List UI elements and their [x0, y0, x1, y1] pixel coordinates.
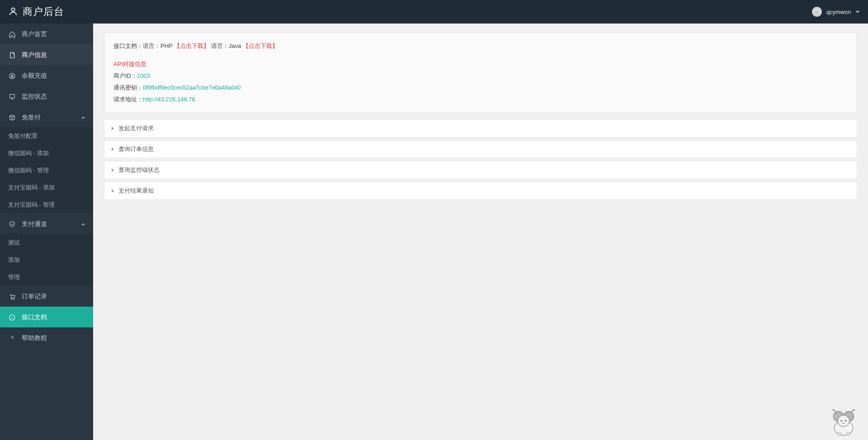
sidebar-item-channel[interactable]: 支付通道 [0, 213, 93, 234]
addr-value[interactable]: http://43.226.148.76 [143, 96, 195, 103]
sidebar-sub-ali-manage[interactable]: 支付宝固码 - 管理 [0, 196, 93, 213]
mascot-decoration [825, 402, 863, 438]
sidebar-sub-channel-add[interactable]: 添加 [0, 251, 93, 269]
svg-rect-5 [10, 94, 15, 98]
user-menu[interactable]: qcymwcn [812, 7, 860, 17]
api-info-title: API对接信息 [113, 58, 848, 70]
sidebar-item-label: 帮助教程 [22, 334, 47, 342]
sidebar-item-recharge[interactable]: 余额充值 [0, 65, 93, 86]
brand-title: 商户后台 [23, 5, 64, 19]
accordion-pay-notify[interactable]: 支付结果通知 [104, 182, 857, 200]
chevron-up-icon [81, 223, 85, 225]
accordion-label: 发起支付请求 [118, 124, 154, 132]
sidebar-item-api-docs[interactable]: 接口文档 [0, 307, 93, 327]
sidebar-item-monitor[interactable]: 监控状态 [0, 86, 93, 107]
accordion-query-order[interactable]: 查询订单信息 [104, 140, 857, 158]
sidebar-item-label: 监控状态 [22, 93, 47, 101]
doc-prefix: 接口文档：语言：PHP [113, 43, 173, 49]
sidebar-sub-wx-manage[interactable]: 微信固码 - 管理 [0, 162, 93, 179]
sidebar-sub-channel-manage[interactable]: 管理 [0, 269, 93, 286]
chevron-right-icon [112, 127, 114, 130]
merchant-id-row: 商户ID：1003 [113, 70, 848, 82]
doc-links-line: 接口文档：语言：PHP 【点击下载】 语言：Java 【点击下载】 [113, 40, 848, 52]
home-icon [8, 30, 16, 38]
document-icon [8, 51, 16, 59]
username-label: qcymwcn [826, 9, 851, 15]
download-java-link[interactable]: 【点击下载】 [243, 43, 278, 49]
sidebar-item-label: 支付通道 [22, 220, 47, 228]
sidebar-item-label: 免签付 [22, 114, 41, 122]
main-content: 接口文档：语言：PHP 【点击下载】 语言：Java 【点击下载】 API对接信… [93, 24, 868, 440]
sidebar-item-label: 接口文档 [22, 313, 47, 322]
box-icon [8, 114, 16, 122]
sidebar-item-home[interactable]: 商户首页 [0, 24, 93, 44]
chevron-right-icon [112, 147, 114, 151]
sidebar-item-help[interactable]: 帮助教程 [0, 327, 93, 348]
question-icon [8, 334, 16, 342]
brand-area: 商户后台 [8, 5, 64, 19]
sidebar-item-label: 商户首页 [22, 30, 47, 38]
sidebar-item-merchant-info[interactable]: 商户信息 [0, 44, 93, 65]
sidebar-item-exempt[interactable]: 免签付 [0, 107, 93, 128]
svg-point-13 [841, 420, 842, 421]
svg-point-0 [11, 8, 14, 11]
merchant-id-label: 商户ID： [113, 72, 137, 79]
chevron-right-icon [112, 189, 114, 193]
doc-mid: 语言：Java [211, 43, 241, 49]
sidebar-sub-wx-add[interactable]: 微信固码 - 添加 [0, 145, 93, 162]
accordion-label: 查询监控端状态 [118, 166, 160, 174]
cart-icon [8, 293, 16, 301]
accordion-label: 支付结果通知 [118, 187, 154, 195]
key-label: 通讯密钥： [113, 84, 143, 91]
yen-icon [8, 72, 16, 80]
accordion-monitor-status[interactable]: 查询监控端状态 [104, 161, 857, 179]
svg-point-12 [838, 415, 849, 427]
svg-point-15 [837, 432, 842, 435]
sidebar-item-label: 商户信息 [22, 51, 47, 59]
sidebar-item-orders[interactable]: 订单记录 [0, 286, 93, 307]
svg-point-2 [816, 11, 816, 12]
info-panel: 接口文档：语言：PHP 【点击下载】 语言：Java 【点击下载】 API对接信… [104, 33, 857, 113]
shield-icon [8, 220, 16, 228]
monitor-icon [8, 93, 16, 101]
key-row: 通讯密钥：0f9fbdf9ec0cec52aa7cbe7e0a48a042 [113, 82, 848, 94]
svg-point-6 [11, 298, 12, 299]
svg-point-7 [14, 298, 14, 299]
svg-point-1 [814, 9, 820, 14]
chevron-down-icon [855, 11, 860, 13]
sidebar-sub-ali-add[interactable]: 支付宝固码 - 添加 [0, 179, 93, 196]
svg-point-16 [846, 432, 850, 435]
merchant-id-value: 1003 [137, 72, 150, 79]
accordion-label: 查询订单信息 [118, 145, 154, 153]
user-icon [8, 6, 18, 18]
download-php-link[interactable]: 【点击下载】 [174, 43, 209, 49]
info-icon [8, 313, 16, 322]
accordion-pay-request[interactable]: 发起支付请求 [104, 119, 857, 137]
addr-label: 请求地址： [113, 96, 143, 103]
top-header: 商户后台 qcymwcn [0, 0, 868, 24]
sidebar-sub-exempt-config[interactable]: 免签付配置 [0, 128, 93, 145]
chevron-up-icon [81, 116, 85, 118]
avatar [812, 7, 822, 17]
sidebar-sub-channel-test[interactable]: 测试 [0, 234, 93, 251]
sidebar: 商户首页 商户信息 余额充值 监控状态 免签付 免签付配置 微信固码 - 添加 … [0, 24, 93, 440]
sidebar-item-label: 余额充值 [22, 72, 47, 80]
addr-row: 请求地址：http://43.226.148.76 [113, 94, 848, 105]
svg-point-3 [817, 11, 818, 12]
chevron-right-icon [112, 168, 114, 172]
sidebar-item-label: 订单记录 [22, 293, 47, 301]
key-value: 0f9fbdf9ec0cec52aa7cbe7e0a48a042 [143, 84, 241, 91]
svg-point-14 [845, 420, 846, 421]
